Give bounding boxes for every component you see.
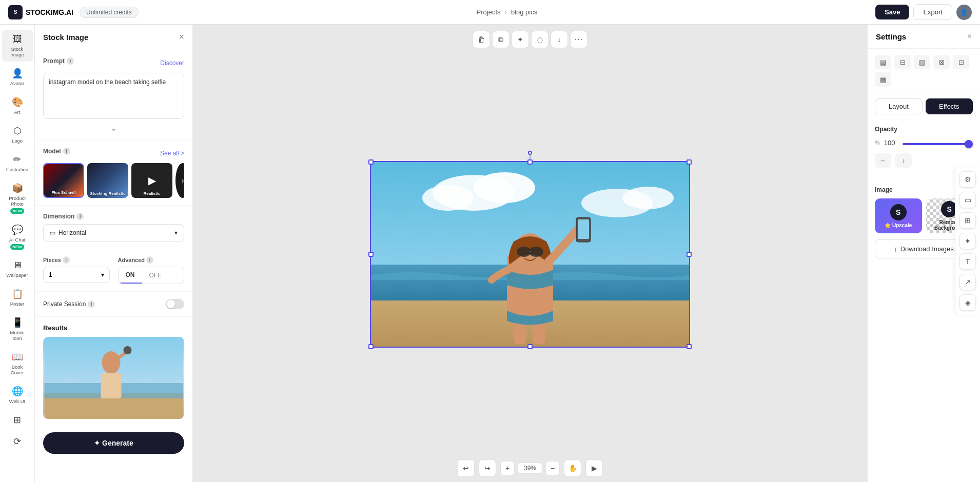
floating-icon-6[interactable]: ↗ <box>959 274 976 290</box>
floating-icon-3[interactable]: ⊞ <box>959 212 976 229</box>
svg-rect-21 <box>578 219 589 239</box>
discover-link[interactable]: Discover <box>160 59 184 67</box>
floating-icon-2[interactable]: ▭ <box>959 192 976 208</box>
sidebar-item-product-photo[interactable]: 📦 Product Photo NEW <box>2 178 33 218</box>
see-all-models-link[interactable]: See all > <box>160 150 184 157</box>
model-thumb-realistic[interactable]: ▶ Realistic <box>131 163 172 198</box>
settings-icon-3[interactable]: ▥ <box>914 55 930 69</box>
zoom-in-button[interactable]: + <box>500 461 515 475</box>
panel-close-button[interactable]: × <box>179 32 184 43</box>
floating-icon-5[interactable]: T <box>959 253 976 270</box>
opacity-slider-container[interactable] <box>903 138 973 147</box>
settings-panel-header: Settings × <box>868 25 980 49</box>
sidebar-item-apps[interactable]: ⊞ <box>2 410 33 430</box>
upscale-option[interactable]: S ⭐ Upscale <box>875 198 922 233</box>
settings-icon-4[interactable]: ⊠ <box>933 55 950 69</box>
settings-icons-row: ▤ ⊟ ▥ ⊠ ⊡ ▦ <box>868 49 980 93</box>
model-thumb-flux-schnell[interactable]: Flux Schnell <box>43 163 84 198</box>
sidebar-label-poster: Poster <box>10 301 24 307</box>
duplicate-button[interactable]: ⧉ <box>492 31 509 48</box>
sidebar-item-art[interactable]: 🎨 Art <box>2 92 33 119</box>
bottom-toolbar: ↩ ↪ + 39% − ✋ ▶ <box>193 454 867 482</box>
flip-h-icon[interactable]: ↔ <box>875 153 891 168</box>
advanced-off-button[interactable]: OFF <box>142 267 169 284</box>
results-section: Results <box>35 317 192 426</box>
sidebar-item-ai-chat[interactable]: 💬 AI Chat NEW <box>2 220 33 254</box>
svg-point-6 <box>124 346 132 354</box>
floating-icon-4[interactable]: ✦ <box>959 233 976 249</box>
pieces-select[interactable]: 1 ▾ <box>43 267 110 283</box>
new-badge-product: NEW <box>10 208 24 214</box>
svg-point-17 <box>517 247 531 257</box>
zoom-out-icon: − <box>551 464 555 472</box>
settings-icon-1[interactable]: ▤ <box>875 55 891 69</box>
handle-middle-left[interactable] <box>368 252 374 257</box>
private-session-label: Private Session i <box>43 300 95 308</box>
settings-icon-6[interactable]: ▦ <box>875 72 891 87</box>
generate-button[interactable]: ✦ Generate <box>43 432 184 454</box>
sidebar-item-wallpaper[interactable]: 🖥 Wallpaper <box>2 256 33 282</box>
private-session-toggle[interactable] <box>166 299 184 309</box>
sidebar-item-poster[interactable]: 📋 Poster <box>2 284 33 311</box>
sidebar-item-history[interactable]: ⟳ <box>2 432 33 451</box>
pieces-value: 1 <box>49 271 52 278</box>
handle-bottom-left[interactable] <box>368 344 374 349</box>
download-canvas-button[interactable]: ↓ <box>551 31 568 48</box>
dimension-select[interactable]: ▭ Horizontal ▾ <box>43 224 184 242</box>
undo-icon: ↩ <box>463 464 469 472</box>
breadcrumb-page: blog pics <box>511 8 537 16</box>
tab-effects[interactable]: Effects <box>926 98 973 114</box>
advanced-info-icon: i <box>146 256 153 264</box>
hand-tool-button[interactable]: ✋ <box>564 459 581 477</box>
erase-button[interactable]: ◌ <box>531 31 548 48</box>
settings-icon-2[interactable]: ⊟ <box>894 55 911 69</box>
sidebar-item-web-ui[interactable]: 🌐 Web UI <box>2 381 33 408</box>
download-label: Download Images <box>900 245 954 253</box>
save-button[interactable]: Save <box>875 5 909 19</box>
floating-icon-1[interactable]: ⚙ <box>959 171 976 188</box>
handle-bottom-right[interactable] <box>687 344 692 349</box>
model-next-arrow[interactable]: › <box>175 163 184 198</box>
tab-layout[interactable]: Layout <box>875 98 923 114</box>
zoom-out-button[interactable]: − <box>545 461 560 475</box>
handle-middle-right[interactable] <box>687 252 692 257</box>
avatar[interactable]: 👤 <box>956 5 972 20</box>
handle-top-left[interactable] <box>368 159 374 165</box>
sidebar-item-stock-image[interactable]: 🖼 Stock Image <box>2 30 33 62</box>
export-button[interactable]: Export <box>913 4 952 20</box>
handle-top-right[interactable] <box>687 159 692 165</box>
sidebar-item-mobile-icon[interactable]: 📱 Mobile Icon <box>2 313 33 345</box>
opacity-slider[interactable] <box>903 143 973 145</box>
more-options-icon: ··· <box>575 35 583 44</box>
handle-top-middle[interactable] <box>527 159 533 165</box>
flip-v-icon[interactable]: ↕ <box>895 153 912 168</box>
handle-bottom-middle[interactable] <box>527 344 533 349</box>
rotate-handle[interactable] <box>528 151 532 155</box>
results-label: Results <box>43 324 184 332</box>
undo-button[interactable]: ↩ <box>457 459 475 477</box>
delete-button[interactable]: 🗑 <box>473 31 490 48</box>
canvas-frame[interactable] <box>370 161 690 348</box>
prompt-textarea[interactable]: instagram model on the beach taking self… <box>43 73 184 119</box>
sidebar-item-book-cover[interactable]: 📖 Book Cover <box>2 347 33 379</box>
redo-button[interactable]: ↪ <box>479 459 496 477</box>
floating-icon-7[interactable]: ◈ <box>959 294 976 311</box>
more-options-button[interactable]: ··· <box>570 31 587 48</box>
sidebar-item-illustration[interactable]: ✏ Illustration <box>2 150 33 176</box>
model-thumb-stocking-realistic[interactable]: Stocking Realistic <box>87 163 128 198</box>
left-panel: Stock Image × Prompt i Discover instagra… <box>35 25 193 482</box>
settings-icon-5[interactable]: ⊡ <box>953 55 969 69</box>
advanced-on-button[interactable]: ON <box>119 267 142 284</box>
erase-icon: ◌ <box>537 35 543 44</box>
settings-close-button[interactable]: × <box>967 32 972 41</box>
sidebar-item-avatar[interactable]: 👤 Avatar <box>2 64 33 90</box>
prompt-expand-button[interactable]: ⌄ <box>43 123 184 133</box>
enhance-button[interactable]: ✦ <box>512 31 529 48</box>
result-thumbnail[interactable] <box>43 337 184 419</box>
breadcrumb-project[interactable]: Projects <box>477 8 501 16</box>
percent-sign: % <box>875 139 880 146</box>
zoom-value: 39% <box>518 463 542 474</box>
cursor-tool-button[interactable]: ▶ <box>585 459 603 477</box>
sidebar-item-logo[interactable]: ⬡ Logo <box>2 121 33 148</box>
sidebar-label-wallpaper: Wallpaper <box>6 272 28 278</box>
